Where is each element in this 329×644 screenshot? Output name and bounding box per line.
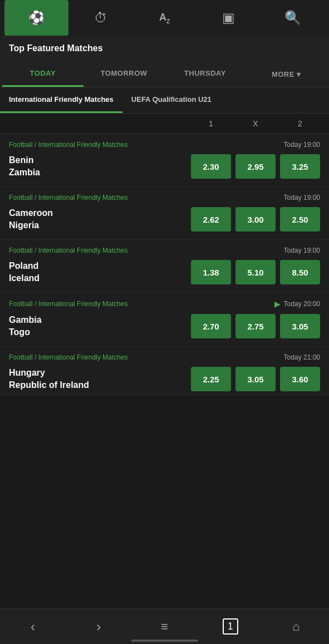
- tab-thursday[interactable]: THURSDAY: [165, 61, 246, 87]
- team2-name: Nigeria: [9, 220, 53, 230]
- nav-live[interactable]: ⏱: [68, 0, 132, 36]
- league-tabs: International Friendly Matches UEFA Qual…: [0, 87, 329, 114]
- match-league: Football / International Friendly Matche…: [9, 353, 127, 361]
- match-teams: Hungary Republic of Ireland: [9, 368, 89, 390]
- match-teams: Cameroon Nigeria: [9, 208, 53, 230]
- odds-col-x: X: [235, 119, 276, 128]
- nav-coupon[interactable]: ▣: [197, 0, 261, 36]
- match-teams: Gambia Togo: [9, 315, 42, 337]
- featured-title: Top Featured Matches: [9, 43, 103, 53]
- odds-1-btn[interactable]: 2.25: [191, 367, 231, 391]
- odds-2-btn[interactable]: 8.50: [280, 260, 320, 284]
- nav-back[interactable]: ‹: [0, 609, 66, 645]
- tab-more[interactable]: MORE ▾: [245, 61, 327, 87]
- nav-forward[interactable]: ›: [66, 609, 131, 645]
- odds-buttons: 1.38 5.10 8.50: [191, 260, 320, 284]
- date-tabs: TODAY TOMORROW THURSDAY MORE ▾: [0, 61, 329, 87]
- odds-col-2: 2: [280, 119, 320, 128]
- match-league: Football / International Friendly Matche…: [9, 141, 127, 149]
- match-time: Today 19:00: [284, 194, 320, 201]
- odds-x-btn[interactable]: 5.10: [235, 260, 276, 284]
- odds-buttons: 2.30 2.95 3.25: [191, 154, 320, 179]
- team2-name: Republic of Ireland: [9, 380, 89, 390]
- team1-name: Benin: [9, 155, 40, 165]
- back-icon: ‹: [31, 619, 35, 635]
- tab-today[interactable]: TODAY: [2, 61, 84, 87]
- odds-buttons: 2.70 2.75 3.05: [191, 314, 320, 338]
- search-icon: 🔍: [284, 10, 301, 26]
- chevron-down-icon: ▾: [297, 70, 301, 78]
- coupon-icon: ▣: [222, 10, 235, 26]
- match-card: Football / International Friendly Matche…: [0, 134, 329, 187]
- odds-x-btn[interactable]: 3.05: [235, 367, 276, 391]
- match-time: Today 21:00: [284, 353, 320, 361]
- match-card: Football / International Friendly Matche…: [0, 240, 329, 293]
- live-stream-icon: ▶: [274, 299, 281, 308]
- featured-header: Top Featured Matches: [0, 36, 329, 61]
- odds-col-1: 1: [191, 119, 231, 128]
- team2-name: Togo: [9, 327, 42, 337]
- tab-tomorrow[interactable]: TOMORROW: [84, 61, 165, 87]
- forward-icon: ›: [96, 619, 101, 635]
- sports-icon: ⚽: [28, 10, 45, 26]
- odds-1-btn[interactable]: 2.62: [191, 207, 231, 232]
- match-teams: Benin Zambia: [9, 155, 40, 178]
- team1-name: Cameroon: [9, 208, 53, 218]
- odds-buttons: 2.25 3.05 3.60: [191, 367, 320, 391]
- betslip-icon: 1: [223, 618, 238, 635]
- odds-1-btn[interactable]: 2.70: [191, 314, 231, 338]
- odds-1-btn[interactable]: 1.38: [191, 260, 231, 284]
- match-league: Football / International Friendly Matche…: [9, 247, 127, 254]
- team1-name: Gambia: [9, 315, 42, 325]
- match-time: Today 20:00: [284, 300, 320, 308]
- team1-name: Hungary: [9, 368, 89, 378]
- odds-x-btn[interactable]: 2.75: [235, 314, 276, 338]
- team2-name: Zambia: [9, 168, 40, 178]
- odds-1-btn[interactable]: 2.30: [191, 154, 231, 179]
- match-card: Football / International Friendly Matche…: [0, 187, 329, 240]
- clock-icon: ⏱: [94, 10, 107, 26]
- nav-home[interactable]: ⌂: [263, 609, 329, 645]
- nav-search[interactable]: 🔍: [261, 0, 325, 36]
- odds-2-btn[interactable]: 3.25: [280, 154, 320, 179]
- bottom-nav: ‹ › ≡ 1 ⌂: [0, 608, 329, 644]
- odds-x-btn[interactable]: 2.95: [235, 154, 276, 179]
- match-league: Football / International Friendly Matche…: [9, 194, 127, 201]
- az-icon: AZ: [159, 12, 170, 24]
- nav-sports[interactable]: ⚽: [4, 0, 68, 36]
- match-time: Today 19:00: [284, 247, 320, 254]
- team2-name: Iceland: [9, 273, 40, 283]
- nav-az[interactable]: AZ: [132, 0, 197, 36]
- match-card: Football / International Friendly Matche…: [0, 293, 329, 347]
- odds-buttons: 2.62 3.00 2.50: [191, 207, 320, 232]
- odds-2-btn[interactable]: 3.05: [280, 314, 320, 338]
- nav-menu[interactable]: ≡: [131, 609, 197, 645]
- match-league: Football / International Friendly Matche…: [9, 300, 127, 308]
- hamburger-icon: ≡: [161, 620, 168, 634]
- team1-name: Poland: [9, 261, 40, 271]
- odds-2-btn[interactable]: 2.50: [280, 207, 320, 232]
- home-indicator: [131, 640, 198, 642]
- tab-international-friendly[interactable]: International Friendly Matches: [0, 87, 122, 113]
- home-icon: ⌂: [292, 620, 299, 634]
- top-nav: ⚽ ⏱ AZ ▣ 🔍: [0, 0, 329, 36]
- odds-x-btn[interactable]: 3.00: [235, 207, 276, 232]
- matches-list: Football / International Friendly Matche…: [0, 134, 329, 395]
- match-teams: Poland Iceland: [9, 261, 40, 283]
- match-time: Today 19:00: [284, 141, 320, 149]
- match-card: Football / International Friendly Matche…: [0, 347, 329, 395]
- odds-2-btn[interactable]: 3.60: [280, 367, 320, 391]
- nav-betslip[interactable]: 1: [198, 609, 263, 645]
- odds-header: 1 X 2: [0, 114, 329, 134]
- tab-uefa-u21[interactable]: UEFA Qualification U21: [122, 87, 220, 113]
